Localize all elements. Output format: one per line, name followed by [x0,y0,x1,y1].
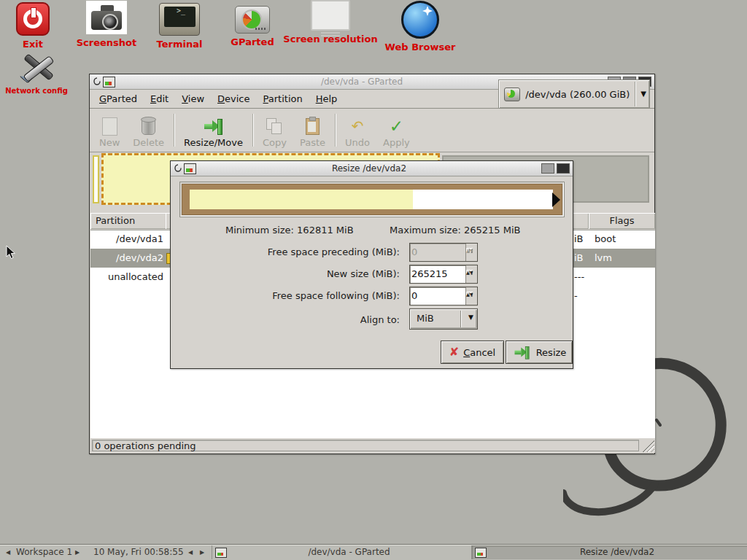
free-space-preceding-input[interactable] [411,245,461,258]
undo-button[interactable]: ↶ Undo [338,110,376,150]
taskbar: ◀ Workspace 1 ▶ 10 May, Fri 00:58:55 ◀ ▶… [0,544,747,560]
resize-button[interactable]: Resize [506,341,573,364]
taskbar-task-gparted[interactable]: /dev/vda - GParted [212,545,471,559]
spin-down-icon[interactable]: ▼ [470,292,473,297]
workspace-label[interactable]: Workspace 1 [16,545,72,560]
mouse-cursor [6,245,16,260]
globe-icon [401,1,439,39]
desktop-icon-label: Network config [4,87,69,95]
paste-icon [306,118,320,135]
exit-icon [16,2,50,36]
taskbar-task-resize-dialog[interactable]: Resize /dev/vda2 [471,545,747,559]
cancel-button-label: Cancel [463,347,495,358]
apply-check-icon: ✓ [390,118,403,135]
free-space-following-input[interactable] [411,289,461,302]
spin-up-icon[interactable]: ▲ [466,292,470,297]
new-size-label: New size (MiB): [179,268,400,279]
resize-arrow-icon [204,118,223,134]
free-space-following-label: Free space following (MiB): [179,290,400,301]
dialog-maximize-button[interactable] [541,163,554,174]
gparted-drive-icon [235,6,270,34]
clock: 10 May, Fri 00:58:55 [93,545,184,560]
menu-view[interactable]: View [175,91,211,106]
chevron-down-icon: ▼ [640,90,646,98]
column-header-partition[interactable]: Partition [90,213,171,229]
new-size-spinner[interactable]: ▲▼ [409,265,478,284]
column-header-flags[interactable]: Flags [589,213,655,229]
gparted-task-icon [475,548,487,558]
copy-button[interactable]: Copy [256,110,293,150]
spin-down-icon[interactable]: ▼ [470,270,473,275]
desktop-icon-network-config[interactable]: Network config [4,52,69,95]
free-space-preceding-label: Free space preceding (MiB): [179,246,400,257]
desktop-icon-label: Web Browser [374,42,467,52]
desktop-icon-label: Screenshot [76,37,137,48]
cancel-button[interactable]: ✘ Cancel [441,341,504,364]
paste-button[interactable]: Paste [293,110,332,150]
workspace-next-arrow[interactable]: ▶ [75,545,80,560]
cancel-x-icon: ✘ [449,346,459,358]
menu-help[interactable]: Help [309,91,344,106]
menu-device[interactable]: Device [211,91,256,106]
desktop-icon-gparted[interactable]: GParted [222,6,283,47]
gparted-task-icon [215,548,227,558]
spin-down-icon[interactable]: ▼ [470,248,473,253]
desktop-icon-label: Exit [9,39,56,50]
align-to-label: Align to: [179,314,400,325]
undo-icon: ↶ [352,119,364,133]
desktop-icon-label: GParted [222,36,283,47]
crossed-tools-icon [19,52,54,84]
resize-slider-used-space [190,190,413,209]
desktop-icon-exit[interactable]: Exit [9,2,56,50]
free-space-preceding-spinner[interactable]: ▲▼ [409,243,478,262]
device-selector[interactable]: /dev/vda (260.00 GiB) ▼ [498,79,650,109]
task-next-arrow[interactable]: ▶ [200,545,204,560]
gparted-window-icon [184,163,196,174]
partition-visual-vda1[interactable] [93,155,99,203]
camera-icon [86,1,127,34]
menu-partition[interactable]: Partition [257,91,309,106]
trash-icon [142,118,155,135]
drive-icon [504,88,520,101]
desktop: Exit Screenshot >_ Terminal GParted Scre… [0,0,747,560]
free-space-following-spinner[interactable]: ▲▼ [409,287,478,306]
status-bar: 0 operations pending [90,438,655,453]
desktop-icon-terminal[interactable]: >_ Terminal [149,3,210,50]
desktop-icon-label: Terminal [149,39,210,50]
desktop-icon-web-browser[interactable]: Web Browser [374,1,467,52]
task-prev-arrow[interactable]: ◀ [188,545,193,560]
spin-up-icon[interactable]: ▲ [466,248,470,253]
terminal-icon: >_ [159,3,200,36]
chevron-down-icon: ▼ [468,314,473,321]
resize-slider-free-space [190,190,553,209]
menu-edit[interactable]: Edit [144,91,175,106]
device-selector-value: /dev/vda (260.00 GiB) [525,89,630,100]
workspace-prev-arrow[interactable]: ◀ [6,545,10,560]
align-to-dropdown[interactable]: MiB ▼ [409,308,478,330]
monitor-icon [311,0,350,31]
maximum-size-label: Maximum size: 265215 MiB [390,225,520,236]
delete-button[interactable]: Delete [126,110,171,150]
dialog-titlebar[interactable]: Resize /dev/vda2 [171,161,573,176]
resize-slider-track [182,184,562,215]
new-size-input[interactable] [411,267,461,280]
gparted-window-icon [103,77,115,88]
resize-right-handle[interactable] [552,192,560,207]
resize-dialog: Resize /dev/vda2 Minimum size: 162811 Mi… [170,160,573,369]
spin-up-icon[interactable]: ▲ [466,270,470,275]
resize-slider[interactable] [179,182,565,217]
debian-swirl-icon [174,163,182,174]
menu-gparted[interactable]: GParted [93,91,144,106]
apply-button[interactable]: ✓ Apply [376,110,417,150]
pending-operations-status: 0 operations pending [92,440,639,451]
desktop-icon-screen-resolution[interactable]: Screen resolution [282,0,379,44]
dialog-close-button[interactable] [557,163,570,174]
resize-grip[interactable] [641,439,654,452]
debian-swirl-icon [93,76,101,88]
resize-arrow-icon [514,346,530,359]
desktop-icon-screenshot[interactable]: Screenshot [76,1,137,48]
resize-move-button[interactable]: Resize/Move [177,110,249,150]
copy-icon [266,118,282,134]
new-button[interactable]: New [93,110,126,150]
align-to-value: MiB [417,313,434,324]
